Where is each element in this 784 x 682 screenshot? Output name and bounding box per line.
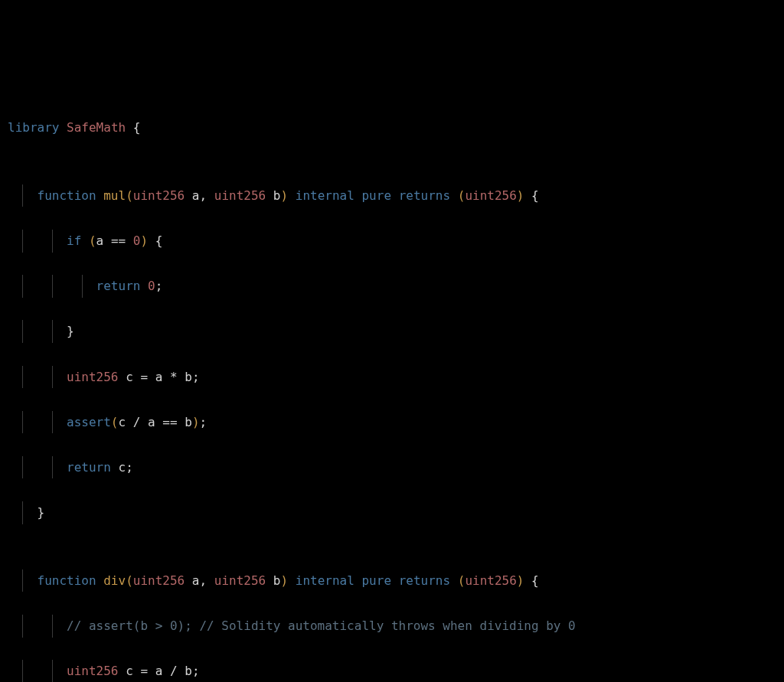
- code-line[interactable]: function mul(uint256 a, uint256 b) inter…: [8, 184, 776, 207]
- operator: ==: [111, 233, 126, 248]
- punct: ;: [200, 415, 207, 429]
- keyword: returns: [399, 573, 450, 588]
- brace: }: [38, 505, 45, 520]
- variable: a: [96, 233, 104, 248]
- variable: a: [148, 415, 155, 429]
- paren: ): [140, 233, 148, 248]
- punct: ,: [200, 188, 207, 203]
- code-line[interactable]: uint256 c = a * b;: [8, 366, 776, 389]
- builtin: assert: [67, 415, 111, 429]
- paren: ): [517, 573, 524, 588]
- variable: b: [185, 415, 192, 429]
- variable: a: [192, 188, 200, 203]
- paren: ): [517, 188, 524, 203]
- variable: a: [155, 370, 163, 384]
- number: 0: [148, 279, 155, 293]
- operator: *: [170, 370, 178, 384]
- variable: b: [185, 664, 192, 678]
- variable: c: [119, 460, 126, 475]
- punct: ;: [192, 664, 200, 678]
- operator: /: [170, 664, 178, 678]
- code-line[interactable]: assert(c / a == b);: [8, 411, 776, 434]
- type-name: uint256: [214, 188, 266, 203]
- operator: /: [133, 415, 141, 429]
- variable: c: [119, 415, 126, 429]
- type-name: uint256: [67, 370, 118, 384]
- brace: {: [531, 573, 539, 588]
- punct: ;: [192, 370, 200, 384]
- variable: a: [155, 664, 163, 678]
- paren: (: [458, 188, 466, 203]
- variable: c: [126, 664, 133, 678]
- variable: a: [192, 573, 200, 588]
- type-name: uint256: [465, 573, 516, 588]
- paren: (: [458, 573, 466, 588]
- brace: }: [67, 324, 74, 338]
- punct: ;: [155, 279, 163, 293]
- code-line[interactable]: if (a == 0) {: [8, 230, 776, 253]
- keyword: return: [67, 460, 111, 475]
- code-line[interactable]: uint256 c = a / b;: [8, 660, 776, 682]
- comment: // assert(b > 0); // Solidity automatica…: [67, 618, 576, 633]
- code-line[interactable]: return 0;: [8, 275, 776, 298]
- punct: ,: [200, 573, 207, 588]
- paren: ): [281, 573, 289, 588]
- code-editor[interactable]: library SafeMath { function mul(uint256 …: [8, 93, 776, 682]
- variable: b: [273, 573, 281, 588]
- type-name: uint256: [133, 573, 185, 588]
- paren: (: [89, 233, 96, 248]
- paren: ): [192, 415, 200, 429]
- type-name: uint256: [67, 664, 118, 678]
- keyword: function: [38, 188, 96, 203]
- variable: c: [126, 370, 133, 384]
- paren: (: [126, 188, 133, 203]
- type-name: uint256: [465, 188, 516, 203]
- keyword: internal: [296, 573, 354, 588]
- code-line[interactable]: }: [8, 501, 776, 524]
- code-line[interactable]: function div(uint256 a, uint256 b) inter…: [8, 569, 776, 592]
- number: 0: [133, 233, 141, 248]
- operator: ==: [162, 415, 177, 429]
- brace: {: [531, 188, 539, 203]
- keyword: pure: [361, 188, 391, 203]
- keyword: returns: [399, 188, 450, 203]
- code-line[interactable]: return c;: [8, 456, 776, 479]
- operator: =: [140, 370, 148, 384]
- punct: ;: [126, 460, 133, 475]
- keyword: return: [96, 279, 141, 293]
- paren: ): [281, 188, 289, 203]
- code-line[interactable]: }: [8, 320, 776, 343]
- operator: =: [140, 664, 148, 678]
- type-name: uint256: [133, 188, 185, 203]
- brace: {: [155, 233, 163, 248]
- keyword: function: [38, 573, 96, 588]
- paren: (: [126, 573, 133, 588]
- type-name: uint256: [214, 573, 266, 588]
- brace: {: [133, 120, 141, 135]
- keyword: if: [67, 233, 81, 248]
- function-name: div: [103, 573, 126, 588]
- keyword: library: [8, 120, 59, 135]
- variable: b: [185, 370, 192, 384]
- keyword: pure: [361, 573, 391, 588]
- variable: b: [273, 188, 281, 203]
- keyword: internal: [296, 188, 354, 203]
- type-name: SafeMath: [67, 120, 126, 135]
- code-line[interactable]: // assert(b > 0); // Solidity automatica…: [8, 615, 776, 638]
- paren: (: [111, 415, 119, 429]
- function-name: mul: [103, 188, 126, 203]
- code-line[interactable]: library SafeMath {: [8, 116, 776, 139]
